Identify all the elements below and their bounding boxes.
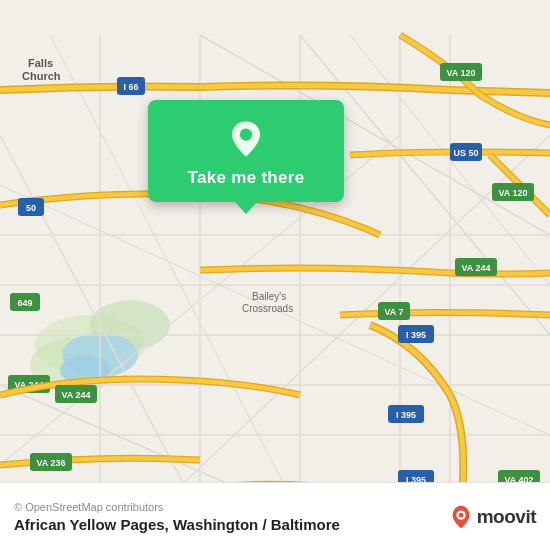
place-name: African Yellow Pages, Washington / Balti…	[14, 516, 450, 533]
svg-text:Bailey's: Bailey's	[252, 291, 286, 302]
svg-text:Church: Church	[22, 70, 61, 82]
svg-text:I 395: I 395	[396, 410, 416, 420]
svg-text:VA 120: VA 120	[446, 68, 475, 78]
svg-point-63	[240, 129, 252, 141]
moovit-logo: moovit	[450, 504, 536, 530]
location-pin-icon	[225, 118, 267, 160]
svg-text:Crossroads: Crossroads	[242, 303, 293, 314]
moovit-pin-icon	[450, 504, 472, 530]
bottom-bar-title: © OpenStreetMap contributors African Yel…	[14, 501, 450, 533]
svg-text:VA 7: VA 7	[384, 307, 403, 317]
map-svg: I 66 VA 7 VA 120 US 50 VA 120 VA 244 50	[0, 0, 550, 550]
popup-label: Take me there	[188, 168, 305, 188]
popup-box[interactable]: Take me there	[148, 100, 344, 202]
svg-text:649: 649	[17, 298, 32, 308]
svg-text:I 395: I 395	[406, 330, 426, 340]
svg-text:VA 244: VA 244	[461, 263, 490, 273]
svg-text:VA 244: VA 244	[61, 390, 90, 400]
svg-text:VA 236: VA 236	[36, 458, 65, 468]
svg-text:Falls: Falls	[28, 57, 53, 69]
map-container: I 66 VA 7 VA 120 US 50 VA 120 VA 244 50	[0, 0, 550, 550]
svg-text:50: 50	[26, 203, 36, 213]
osm-attribution: © OpenStreetMap contributors	[14, 501, 450, 513]
svg-text:I 66: I 66	[123, 82, 138, 92]
svg-text:US 50: US 50	[453, 148, 478, 158]
moovit-brand-text: moovit	[477, 506, 536, 528]
svg-text:VA 120: VA 120	[498, 188, 527, 198]
bottom-bar: © OpenStreetMap contributors African Yel…	[0, 482, 550, 550]
svg-point-65	[458, 512, 463, 517]
